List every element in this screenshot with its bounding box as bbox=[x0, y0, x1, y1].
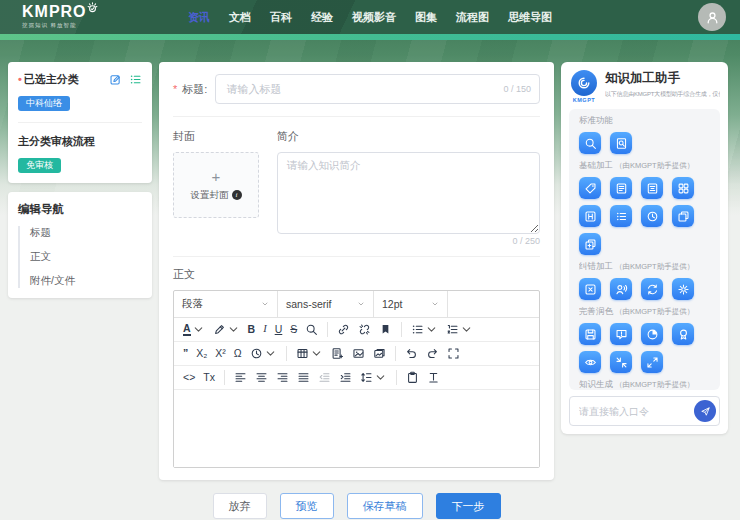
search-icon[interactable] bbox=[579, 132, 601, 154]
undo-icon[interactable] bbox=[401, 345, 422, 362]
insert-template-icon[interactable] bbox=[327, 345, 348, 362]
assistant-input-row bbox=[569, 396, 720, 426]
title-label: * 标题: bbox=[173, 82, 207, 97]
line-height-icon[interactable] bbox=[356, 369, 391, 386]
align-center-icon[interactable] bbox=[251, 369, 272, 386]
doc-lines-icon[interactable] bbox=[610, 177, 632, 199]
highlight-color-icon[interactable] bbox=[209, 321, 244, 338]
file-search-icon[interactable] bbox=[610, 132, 632, 154]
insert-link-icon[interactable] bbox=[333, 321, 354, 338]
disk-icon[interactable] bbox=[579, 323, 601, 345]
send-button[interactable] bbox=[694, 400, 716, 422]
plus-icon: + bbox=[212, 169, 221, 184]
fullscreen-icon[interactable] bbox=[443, 345, 464, 362]
expand-icon[interactable] bbox=[641, 351, 663, 373]
pie-icon[interactable] bbox=[641, 323, 663, 345]
doc-center-icon[interactable] bbox=[641, 177, 663, 199]
footer-button-3[interactable]: 下一步 bbox=[436, 493, 501, 519]
insert-table-icon[interactable] bbox=[292, 345, 327, 362]
edit-nav-list: 标题正文附件/文件 bbox=[18, 226, 142, 288]
align-justify-icon[interactable] bbox=[293, 369, 314, 386]
group-label: 标准功能 bbox=[579, 115, 710, 127]
content: •已选主分类 中科仙络 主分类审核流程 免审核 编辑导航 标题正文附件/文件 bbox=[0, 40, 740, 520]
nav-item-4[interactable]: 视频影音 bbox=[352, 10, 396, 25]
body-section: 正文 段落sans-serif12pt ABIUS”X₂X²Ω<>Tx bbox=[173, 257, 540, 468]
category-tree-button[interactable] bbox=[129, 73, 142, 86]
insert-media-icon[interactable] bbox=[369, 345, 390, 362]
nav-item-6[interactable]: 流程图 bbox=[456, 10, 489, 25]
footer-button-0[interactable]: 放弃 bbox=[213, 493, 267, 519]
numbered-list-icon[interactable] bbox=[442, 321, 477, 338]
special-character-icon[interactable]: Ω bbox=[230, 346, 246, 361]
edit-nav-item-2[interactable]: 附件/文件 bbox=[30, 274, 142, 288]
list-blue-icon[interactable] bbox=[610, 205, 632, 227]
align-right-icon[interactable] bbox=[272, 369, 293, 386]
underline-icon[interactable]: U bbox=[271, 322, 287, 337]
remove-link-icon[interactable] bbox=[354, 321, 375, 338]
stack-icon[interactable] bbox=[672, 205, 694, 227]
x-box-icon[interactable] bbox=[579, 278, 601, 300]
selected-category-tag[interactable]: 中科仙络 bbox=[18, 96, 70, 111]
editor-content-area[interactable] bbox=[174, 390, 539, 467]
intro-label: 简介 bbox=[277, 129, 540, 144]
paste-icon[interactable] bbox=[402, 369, 423, 386]
assistant-panel: KMGPT 知识加工助手 以下信息由KMGPT大模型助手综合生成，仅供参考 标准… bbox=[561, 62, 728, 434]
tag-icon[interactable] bbox=[579, 177, 601, 199]
font-color-icon[interactable]: A bbox=[179, 321, 209, 339]
eye-icon[interactable] bbox=[579, 351, 601, 373]
set-cover-button[interactable]: + 设置封面i bbox=[173, 152, 259, 218]
clock-icon[interactable] bbox=[641, 205, 663, 227]
blockquote-icon[interactable]: ” bbox=[179, 346, 192, 361]
italic-icon[interactable]: I bbox=[259, 322, 271, 337]
subscript-icon[interactable]: X₂ bbox=[192, 346, 211, 361]
source-code-icon[interactable]: <> bbox=[179, 370, 199, 385]
font-size-select[interactable]: 12pt bbox=[374, 291, 448, 317]
insert-datetime-icon[interactable] bbox=[246, 345, 281, 362]
indent-icon[interactable] bbox=[335, 369, 356, 386]
medal-icon[interactable] bbox=[672, 323, 694, 345]
intro-textarea[interactable] bbox=[277, 152, 540, 234]
person-voice-icon[interactable] bbox=[610, 278, 632, 300]
footer-button-1[interactable]: 预览 bbox=[280, 493, 334, 519]
outdent-icon[interactable] bbox=[314, 369, 335, 386]
nav-item-7[interactable]: 思维导图 bbox=[508, 10, 552, 25]
search-icon[interactable] bbox=[301, 321, 322, 338]
edit-nav-item-0[interactable]: 标题 bbox=[30, 226, 142, 240]
insert-image-icon[interactable] bbox=[348, 345, 369, 362]
superscript-icon[interactable]: X² bbox=[211, 346, 230, 361]
toolbar-divider bbox=[224, 370, 225, 385]
flow-title: 主分类审核流程 bbox=[18, 134, 142, 149]
bullet-list-icon[interactable] bbox=[407, 321, 442, 338]
nav-item-3[interactable]: 经验 bbox=[311, 10, 333, 25]
shrink-icon[interactable] bbox=[610, 351, 632, 373]
footer-button-2[interactable]: 保存草稿 bbox=[347, 493, 423, 519]
bold-icon[interactable]: B bbox=[244, 322, 260, 337]
gear-icon[interactable] bbox=[672, 278, 694, 300]
nav-item-2[interactable]: 百科 bbox=[270, 10, 292, 25]
assistant-title: 知识加工助手 bbox=[605, 70, 720, 87]
nav-item-0[interactable]: 资讯 bbox=[188, 10, 210, 25]
grid-icon[interactable] bbox=[672, 177, 694, 199]
nav-item-5[interactable]: 图集 bbox=[415, 10, 437, 25]
h-box-icon[interactable] bbox=[579, 205, 601, 227]
logo[interactable]: KMPRO 挖掘知识 释放智能 bbox=[22, 3, 99, 29]
align-left-icon[interactable] bbox=[230, 369, 251, 386]
avatar[interactable] bbox=[698, 3, 726, 31]
redo-icon[interactable] bbox=[422, 345, 443, 362]
edit-nav-item-1[interactable]: 正文 bbox=[30, 250, 142, 264]
font-family-select[interactable]: sans-serif bbox=[278, 291, 374, 317]
edit-category-button[interactable] bbox=[109, 73, 122, 86]
title-input[interactable] bbox=[215, 74, 540, 104]
sync-icon[interactable] bbox=[641, 278, 663, 300]
logo-tagline: 挖掘知识 释放智能 bbox=[22, 22, 99, 29]
nav-item-1[interactable]: 文档 bbox=[229, 10, 251, 25]
flow-status-tag: 免审核 bbox=[18, 158, 61, 173]
clear-format-icon[interactable]: Tx bbox=[199, 370, 219, 385]
paragraph-select[interactable]: 段落 bbox=[174, 291, 278, 317]
anchor-icon[interactable] bbox=[375, 321, 396, 338]
edit-icon bbox=[109, 73, 122, 86]
text-bottom-icon[interactable] bbox=[423, 369, 444, 386]
stack-alt-icon[interactable] bbox=[579, 233, 601, 255]
strikethrough-icon[interactable]: S bbox=[286, 322, 301, 337]
chat-alert-icon[interactable] bbox=[610, 323, 632, 345]
